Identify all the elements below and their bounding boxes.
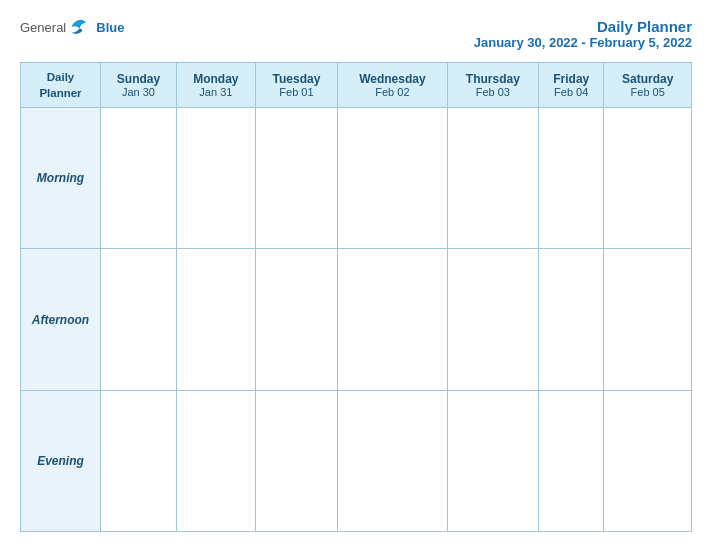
day-name-monday: Monday (181, 72, 251, 86)
title-area: Daily Planner January 30, 2022 - Februar… (474, 18, 692, 50)
col-header-thursday: Thursday Feb 03 (447, 63, 538, 108)
cell-afternoon-tuesday[interactable] (255, 249, 337, 390)
cell-afternoon-monday[interactable] (176, 249, 255, 390)
cell-evening-sunday[interactable] (101, 390, 177, 531)
col-header-wednesday: Wednesday Feb 02 (338, 63, 447, 108)
page-header: General Blue Daily Planner January 30, 2… (20, 18, 692, 50)
col-header-monday: Monday Jan 31 (176, 63, 255, 108)
cell-morning-friday[interactable] (539, 108, 604, 249)
day-date-thursday: Feb 03 (452, 86, 534, 98)
col-header-tuesday: Tuesday Feb 01 (255, 63, 337, 108)
day-date-tuesday: Feb 01 (260, 86, 333, 98)
cell-afternoon-wednesday[interactable] (338, 249, 447, 390)
day-date-monday: Jan 31 (181, 86, 251, 98)
day-date-sunday: Jan 30 (105, 86, 172, 98)
calendar-header-row: Daily Planner Sunday Jan 30 Monday Jan 3… (21, 63, 692, 108)
day-name-thursday: Thursday (452, 72, 534, 86)
page-title: Daily Planner (474, 18, 692, 35)
cell-morning-monday[interactable] (176, 108, 255, 249)
day-date-saturday: Feb 05 (608, 86, 687, 98)
cell-afternoon-friday[interactable] (539, 249, 604, 390)
date-range: January 30, 2022 - February 5, 2022 (474, 35, 692, 50)
cell-evening-thursday[interactable] (447, 390, 538, 531)
cell-afternoon-saturday[interactable] (604, 249, 692, 390)
cell-morning-sunday[interactable] (101, 108, 177, 249)
cell-morning-saturday[interactable] (604, 108, 692, 249)
day-name-sunday: Sunday (105, 72, 172, 86)
row-afternoon: Afternoon (21, 249, 692, 390)
cell-morning-tuesday[interactable] (255, 108, 337, 249)
cell-morning-wednesday[interactable] (338, 108, 447, 249)
logo-blue: Blue (96, 20, 124, 35)
time-label-evening: Evening (21, 390, 101, 531)
cell-afternoon-sunday[interactable] (101, 249, 177, 390)
cell-evening-saturday[interactable] (604, 390, 692, 531)
day-name-tuesday: Tuesday (260, 72, 333, 86)
planner-header-label: Daily Planner (21, 63, 101, 108)
cell-evening-wednesday[interactable] (338, 390, 447, 531)
row-evening: Evening (21, 390, 692, 531)
day-date-wednesday: Feb 02 (342, 86, 442, 98)
cell-afternoon-thursday[interactable] (447, 249, 538, 390)
cell-morning-thursday[interactable] (447, 108, 538, 249)
col-header-friday: Friday Feb 04 (539, 63, 604, 108)
time-label-morning: Morning (21, 108, 101, 249)
row-morning: Morning (21, 108, 692, 249)
day-date-friday: Feb 04 (543, 86, 599, 98)
logo: General Blue (20, 18, 124, 36)
day-name-saturday: Saturday (608, 72, 687, 86)
calendar-table: Daily Planner Sunday Jan 30 Monday Jan 3… (20, 62, 692, 532)
col-header-sunday: Sunday Jan 30 (101, 63, 177, 108)
col-header-saturday: Saturday Feb 05 (604, 63, 692, 108)
day-name-friday: Friday (543, 72, 599, 86)
cell-evening-monday[interactable] (176, 390, 255, 531)
logo-bird-icon (70, 18, 92, 36)
logo-general: General (20, 20, 66, 35)
time-label-afternoon: Afternoon (21, 249, 101, 390)
cell-evening-tuesday[interactable] (255, 390, 337, 531)
day-name-wednesday: Wednesday (342, 72, 442, 86)
cell-evening-friday[interactable] (539, 390, 604, 531)
